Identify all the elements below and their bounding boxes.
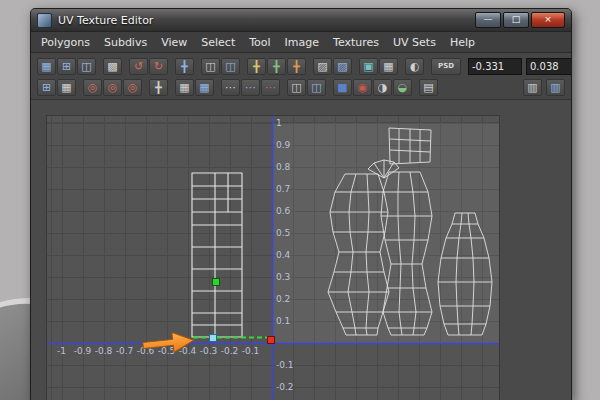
window-controls: — □ × (475, 12, 565, 28)
minimize-button[interactable]: — (475, 12, 501, 28)
menu-item[interactable]: Select (201, 36, 235, 49)
toolbar-group-snap: ⊞▦ (37, 79, 76, 96)
copy-paste-icon[interactable]: ▥ (546, 79, 565, 96)
v-coordinate-field[interactable] (526, 58, 572, 75)
move-sew-icon[interactable]: ╋ (247, 58, 266, 75)
toolbar-icon[interactable]: ◫ (77, 58, 96, 75)
toolbar-icon[interactable]: ▦ (37, 58, 56, 75)
layout-icon[interactable]: ◫ (221, 58, 240, 75)
toolbar-group-grid-tools: ▦⊞◫ (37, 58, 96, 75)
menu-item[interactable]: Textures (333, 36, 379, 49)
close-button[interactable]: × (531, 12, 565, 28)
copy-paste-group: ▥▥ (523, 79, 565, 96)
grid-display-icon[interactable]: ▦ (175, 79, 194, 96)
psd-icon[interactable]: PSD (431, 58, 461, 75)
maximize-button[interactable]: □ (503, 12, 529, 28)
uv-shells-right (328, 128, 492, 335)
toolbar-group-grid-display: ▦▦ (175, 79, 214, 96)
pin-icon[interactable]: ◎ (83, 79, 102, 96)
image-display-icon[interactable]: ▣ (359, 58, 378, 75)
move-sew-icon[interactable]: ╋ (287, 58, 306, 75)
align-icon[interactable]: ⋯ (241, 79, 260, 96)
toolbar-group-psd: PSD (431, 58, 461, 75)
channel-icon[interactable]: ■ (333, 79, 352, 96)
desktop: UV Texture Editor — □ × PolygonsSubdivsV… (0, 0, 600, 400)
toolbar-group-layout: ◫◫ (201, 58, 240, 75)
toolbar-group-target: ╋ (149, 79, 168, 96)
isolate-icon[interactable]: ◫ (287, 79, 306, 96)
snap-icon[interactable]: ▦ (57, 79, 76, 96)
pin-icon[interactable]: ◎ (103, 79, 122, 96)
image-display-icon[interactable]: ▦ (379, 58, 398, 75)
selected-uv-point-red (268, 337, 275, 344)
snap-icon[interactable]: ⊞ (37, 79, 56, 96)
align-icon[interactable]: ⋯ (261, 79, 280, 96)
align-icon[interactable]: ⋯ (221, 79, 240, 96)
channel-icon[interactable]: ◑ (373, 79, 392, 96)
copy-paste-icon[interactable]: ▥ (523, 79, 542, 96)
layout-icon[interactable]: ◫ (201, 58, 220, 75)
menu-item[interactable]: Subdivs (104, 36, 147, 49)
orange-arrow-annotation (142, 330, 195, 355)
pin-icon[interactable]: ◎ (123, 79, 142, 96)
menu-item[interactable]: Tool (249, 36, 270, 49)
toolbar-icon[interactable]: ⊞ (57, 58, 76, 75)
rotate-icon[interactable]: ↻ (149, 58, 168, 75)
uv-shell-left (192, 173, 242, 337)
toolbar: ▦⊞◫ ▩ ↺↻ ╋ ◫◫ ╋╋╋ ▨▨ (31, 53, 571, 100)
toolbar-group-isolate: ◫◫ (287, 79, 326, 96)
selected-uv-point-cyan (210, 335, 217, 342)
window-title: UV Texture Editor (58, 14, 153, 27)
toolbar-group-pin: ◎◎◎ (83, 79, 142, 96)
toolbar-group-lattice: ▩ (103, 58, 122, 75)
u-coordinate-field[interactable] (468, 58, 522, 75)
toolbar-group-stack: ▤ (419, 79, 438, 96)
toolbar-row-2: ⊞▦ ◎◎◎ ╋ ▦▦ ⋯⋯⋯ ◫◫ ■◉◑◒ (37, 77, 567, 98)
toolbar-icon[interactable]: ▩ (103, 58, 122, 75)
toolbar-group-dim-image: ◐ (405, 58, 424, 75)
uv-texture-editor-window: UV Texture Editor — □ × PolygonsSubdivsV… (30, 8, 572, 400)
toolbar-group-move-sew: ╋╋╋ (247, 58, 306, 75)
menu-item[interactable]: Image (285, 36, 319, 49)
channel-icon[interactable]: ◉ (353, 79, 372, 96)
target-icon[interactable]: ╋ (149, 79, 168, 96)
toolbar-row-1: ▦⊞◫ ▩ ↺↻ ╋ ◫◫ ╋╋╋ ▨▨ (37, 56, 567, 77)
move-sew-icon[interactable]: ╋ (267, 58, 286, 75)
coordinate-fields (468, 58, 572, 75)
toolbar-group-image-display: ▣▦ (359, 58, 398, 75)
toolbar-group-cut: ▨▨ (313, 58, 352, 75)
menu-item[interactable]: UV Sets (393, 36, 436, 49)
menu-bar: PolygonsSubdivsViewSelectToolImageTextur… (31, 32, 571, 53)
isolate-icon[interactable]: ◫ (307, 79, 326, 96)
toolbar-group-rotate: ↺↻ (129, 58, 168, 75)
titlebar[interactable]: UV Texture Editor — □ × (31, 9, 571, 32)
menu-item[interactable]: Polygons (41, 36, 90, 49)
dim-image-icon[interactable]: ◐ (405, 58, 424, 75)
cut-icon[interactable]: ▨ (313, 58, 332, 75)
cut-icon[interactable]: ▨ (333, 58, 352, 75)
app-icon (37, 13, 52, 28)
toolbar-group-flip: ╋ (175, 58, 194, 75)
channel-icon[interactable]: ◒ (393, 79, 412, 96)
editor-content: 10.90.80.70.60.50.40.30.20.1-0.1-0.2 -1-… (31, 100, 571, 400)
uv-viewport-overlay (47, 116, 499, 400)
toolbar-group-channels: ■◉◑◒ (333, 79, 412, 96)
menu-item[interactable]: Help (450, 36, 475, 49)
stack-icon[interactable]: ▤ (419, 79, 438, 96)
rotate-icon[interactable]: ↺ (129, 58, 148, 75)
flip-icon[interactable]: ╋ (175, 58, 194, 75)
grid-display-icon[interactable]: ▦ (195, 79, 214, 96)
toolbar-group-align: ⋯⋯⋯ (221, 79, 280, 96)
uv-canvas[interactable]: 10.90.80.70.60.50.40.30.20.1-0.1-0.2 -1-… (46, 115, 500, 400)
selected-uv-point-green (213, 279, 220, 286)
menu-item[interactable]: View (161, 36, 187, 49)
